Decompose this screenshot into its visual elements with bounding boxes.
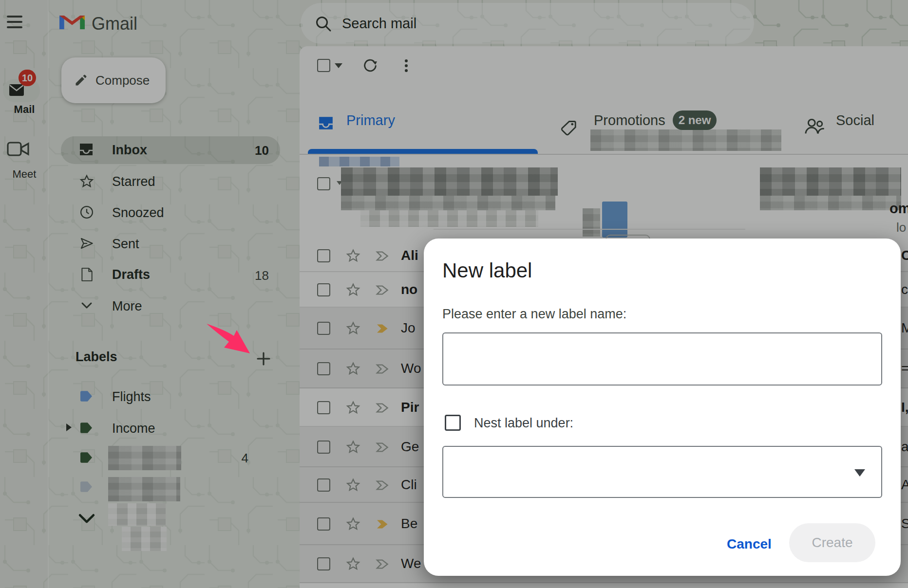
label-name-prompt: Please enter a new label name: [442,307,626,322]
new-label-dialog: New label Please enter a new label name:… [424,239,901,576]
dialog-title: New label [442,259,532,282]
cancel-button[interactable]: Cancel [720,534,778,554]
parent-label-value [443,464,451,479]
annotation-arrow [199,315,262,360]
dropdown-caret-icon [854,469,865,477]
create-button[interactable]: Create [789,523,875,562]
label-name-input[interactable] [442,332,882,386]
parent-label-dropdown[interactable] [442,446,882,498]
nest-label-checkbox[interactable] [445,415,461,431]
gmail-screen: 10 Mail Meet Gmail Compose Inbox 10 [0,0,908,588]
nest-label-text: Nest label under: [474,416,573,431]
